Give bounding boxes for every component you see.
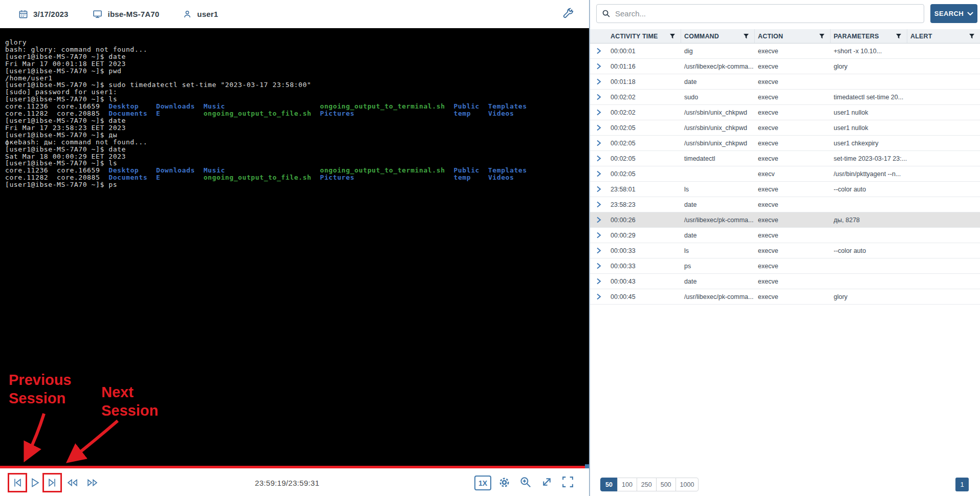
rewind-button[interactable] (66, 477, 78, 489)
row-expand-button[interactable] (590, 105, 607, 120)
terminal-line: glory (5, 39, 589, 46)
cell-parameters: glory (831, 59, 907, 74)
page-number-button[interactable]: 1 (955, 478, 969, 491)
playback-speed-button[interactable]: 1X (474, 476, 491, 490)
zoom-in-button[interactable] (518, 476, 532, 489)
table-row[interactable]: 00:00:43dateexecve (590, 274, 980, 289)
filter-icon[interactable] (896, 33, 902, 39)
filter-icon[interactable] (969, 33, 975, 39)
cell-alert (907, 258, 980, 273)
expand-chevron-icon[interactable] (596, 63, 601, 70)
expand-chevron-icon[interactable] (596, 109, 601, 116)
table-row[interactable]: 23:58:23dateexecve (590, 197, 980, 212)
table-row[interactable]: 00:00:33lsexecve--color auto (590, 243, 980, 258)
cell-parameters: timedatectl set-time 20... (831, 90, 907, 104)
session-player-pane: 3/17/2023 ibse-MS-7A70 user1 glorybash: … (0, 0, 589, 496)
terminal-line: bash: glory: command not found... (5, 46, 589, 53)
column-header-action[interactable]: ACTION (755, 29, 831, 43)
expand-chevron-icon[interactable] (596, 247, 601, 254)
expand-chevron-icon[interactable] (596, 278, 601, 285)
cell-activity-time: 00:02:02 (607, 90, 681, 104)
next-session-button[interactable] (46, 477, 58, 489)
row-expand-button[interactable] (590, 182, 607, 197)
table-row[interactable]: 00:00:29dateexecve (590, 228, 980, 243)
expand-chevron-icon[interactable] (596, 217, 601, 223)
fast-forward-button[interactable] (86, 477, 98, 489)
row-expand-button[interactable] (590, 90, 607, 104)
cell-command: /usr/libexec/pk-comma... (681, 59, 755, 74)
row-expand-button[interactable] (590, 74, 607, 89)
expand-chevron-icon[interactable] (596, 94, 601, 100)
row-expand-button[interactable] (590, 228, 607, 243)
session-host: ibse-MS-7A70 (92, 9, 160, 19)
table-row[interactable]: 23:58:01lsexecve--color auto (590, 182, 980, 197)
column-header-parameters[interactable]: PARAMETERS (831, 29, 907, 43)
expand-chevron-icon[interactable] (596, 170, 601, 177)
cell-action: execve (755, 197, 831, 212)
row-expand-button[interactable] (590, 274, 607, 289)
column-header-activity-time[interactable]: ACTIVITY TIME (607, 29, 681, 43)
row-expand-button[interactable] (590, 258, 607, 273)
resize-button[interactable] (540, 476, 554, 489)
cell-command: date (681, 274, 755, 289)
play-button[interactable] (29, 477, 41, 489)
previous-session-button[interactable] (11, 477, 24, 489)
row-expand-button[interactable] (590, 44, 607, 58)
cell-activity-time: 00:02:05 (607, 136, 681, 150)
row-expand-button[interactable] (590, 166, 607, 181)
search-input[interactable] (615, 9, 924, 18)
page-size-1000[interactable]: 1000 (676, 478, 699, 491)
cell-action: execve (755, 59, 831, 74)
cell-alert (907, 105, 980, 120)
row-expand-button[interactable] (590, 120, 607, 135)
cell-parameters: glory (831, 289, 907, 304)
table-row[interactable]: 00:00:01digexecve+short -x 10.10... (590, 44, 980, 59)
filter-icon[interactable] (819, 33, 825, 39)
page-size-500[interactable]: 500 (656, 478, 676, 491)
expand-chevron-icon[interactable] (596, 140, 601, 146)
expand-chevron-icon[interactable] (596, 232, 601, 239)
table-row[interactable]: 00:00:26/usr/libexec/pk-comma...execveды… (590, 212, 980, 228)
fullscreen-button[interactable] (561, 476, 575, 489)
search-button[interactable]: SEARCH (930, 4, 977, 23)
table-row[interactable]: 00:02:05/usr/sbin/unix_chkpwdexecveuser1… (590, 120, 980, 136)
page-size-50[interactable]: 50 (600, 478, 618, 491)
row-expand-button[interactable] (590, 212, 607, 227)
row-expand-button[interactable] (590, 151, 607, 166)
filter-icon[interactable] (669, 33, 676, 39)
cell-alert (907, 182, 980, 197)
table-row[interactable]: 00:01:16/usr/libexec/pk-comma...execvegl… (590, 59, 980, 74)
table-row[interactable]: 00:00:45/usr/libexec/pk-comma...execvegl… (590, 289, 980, 305)
filter-icon[interactable] (743, 33, 749, 39)
page-size-100[interactable]: 100 (617, 478, 637, 491)
row-expand-button[interactable] (590, 59, 607, 74)
cell-parameters: ды, 8278 (831, 212, 907, 227)
row-expand-button[interactable] (590, 197, 607, 212)
table-row[interactable]: 00:02:02/usr/sbin/unix_chkpwdexecveuser1… (590, 105, 980, 120)
expand-chevron-icon[interactable] (596, 186, 601, 192)
expand-chevron-icon[interactable] (596, 201, 601, 208)
table-row[interactable]: 00:02:05/usr/sbin/unix_chkpwdexecveuser1… (590, 136, 980, 151)
page-size-250[interactable]: 250 (637, 478, 657, 491)
table-row[interactable]: 00:01:18dateexecve (590, 74, 980, 90)
cell-action: execve (755, 151, 831, 166)
cell-alert (907, 59, 980, 74)
expand-chevron-icon[interactable] (596, 155, 601, 162)
player-settings-button[interactable] (497, 476, 511, 489)
row-expand-button[interactable] (590, 243, 607, 258)
expand-chevron-icon[interactable] (596, 263, 601, 269)
table-row[interactable]: 00:02:05execv/usr/bin/pkttyagent --n... (590, 166, 980, 182)
row-expand-button[interactable] (590, 289, 607, 304)
terminal-line: core.11236 core.16659 Desktop Downloads … (5, 103, 589, 110)
expand-chevron-icon[interactable] (596, 48, 601, 54)
table-row[interactable]: 00:02:02sudoexecvetimedatectl set-time 2… (590, 90, 980, 105)
expand-chevron-icon[interactable] (596, 124, 601, 131)
column-header-command[interactable]: COMMAND (681, 29, 755, 43)
row-expand-button[interactable] (590, 136, 607, 150)
settings-wrench-button[interactable] (561, 7, 575, 20)
expand-chevron-icon[interactable] (596, 78, 601, 85)
table-row[interactable]: 00:00:33psexecve (590, 258, 980, 274)
column-header-alert[interactable]: ALERT (907, 29, 980, 43)
table-row[interactable]: 00:02:05timedatectlexecveset-time 2023-0… (590, 151, 980, 166)
expand-chevron-icon[interactable] (596, 293, 601, 300)
